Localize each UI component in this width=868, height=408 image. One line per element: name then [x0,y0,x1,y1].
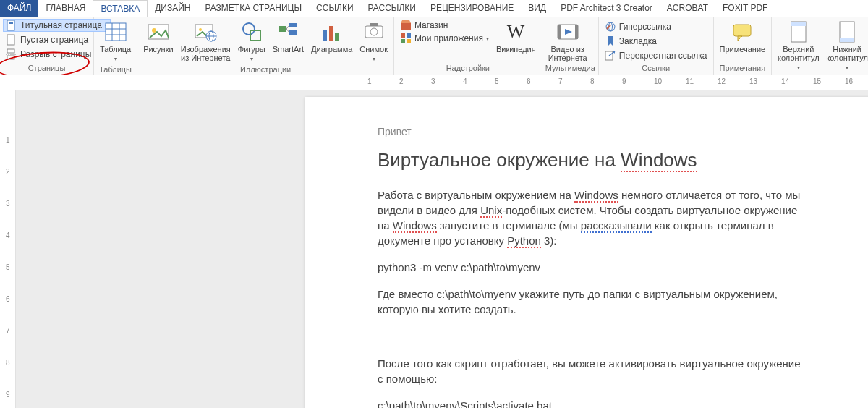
tab-design[interactable]: ДИЗАЙН [148,0,197,17]
ruler-horizontal[interactable]: 1234567891011121314151617 [0,75,868,88]
svg-rect-20 [279,26,286,32]
ruler-mark: 1 [6,136,10,144]
myapps-label: Мои приложения [414,33,483,43]
comment-button[interactable]: Примечание [717,19,769,55]
svg-rect-24 [329,26,333,41]
pictures-button[interactable]: Рисунки [140,19,176,55]
chevron-down-icon: ▾ [486,35,489,42]
svg-rect-23 [323,30,327,41]
blank-page-button[interactable]: Пустая страница [3,33,91,46]
svg-rect-1 [9,22,13,24]
chart-button[interactable]: Диаграмма [308,19,355,55]
page-break-button[interactable]: Разрыв страницы [3,48,94,61]
group-tables: Таблица▾ Таблицы [94,17,137,75]
blank-page-label: Пустая страница [20,35,88,45]
crossref-button[interactable]: Перекрестная ссылка [602,49,710,62]
svg-point-14 [199,28,202,31]
svg-rect-4 [7,56,14,59]
online-video-icon [556,20,579,43]
tab-foxit[interactable]: FOXIT PDF [715,0,775,17]
svg-marker-42 [608,36,613,46]
store-button[interactable]: Магазин [397,19,492,32]
page-break-icon [6,48,17,60]
ruler-mark: 4 [463,77,467,85]
tab-pagelayout[interactable]: РАЗМЕТКА СТРАНИЦЫ [198,0,310,17]
tab-acrobat[interactable]: ACROBAT [660,0,715,17]
tab-pdfarch[interactable]: PDF Architect 3 Creator [553,0,660,17]
tab-view[interactable]: ВИД [521,0,553,17]
svg-rect-45 [733,25,751,36]
ruler-mark: 11 [686,77,694,85]
smartart-button[interactable]: SmartArt [270,19,307,55]
ruler-mark: 4 [6,231,10,239]
group-tables-label: Таблицы [97,65,134,75]
myapps-button[interactable]: Мои приложения ▾ [397,32,492,45]
page[interactable]: Привет Виртуальное окружение на Windows … [305,97,868,408]
ruler-mark: 14 [781,77,789,85]
store-label: Магазин [414,20,448,30]
online-pictures-button[interactable]: Изображения из Интернета [178,19,234,64]
hyperlink-button[interactable]: Гиперссылка [602,20,674,33]
group-pages-label: Страницы [3,64,90,74]
svg-rect-33 [401,39,405,43]
crossref-icon [605,50,616,61]
svg-text:W: W [507,21,525,42]
table-icon [104,20,127,43]
group-links-label: Ссылки [602,64,710,74]
tab-file[interactable]: ФАЙЛ [0,0,38,17]
header-icon [787,20,810,43]
svg-rect-28 [370,23,378,26]
online-video-button[interactable]: Видео из Интернета [545,19,590,64]
table-button[interactable]: Таблица▾ [97,19,134,65]
ruler-mark: 8 [6,359,10,367]
footer-button[interactable]: Нижний колонтитул ▾ [823,19,868,74]
ruler-mark: 9 [622,77,626,85]
tab-insert[interactable]: ВСТАВКА [93,0,148,17]
ruler-mark: 6 [6,295,10,303]
tab-mailings[interactable]: РАССЫЛКИ [361,0,423,17]
screenshot-button[interactable]: Снимок▾ [357,19,391,65]
document-area[interactable]: Привет Виртуальное окружение на Windows … [16,90,868,408]
shapes-button[interactable]: Фигуры▾ [235,19,268,65]
doc-code: c:\path\to\myenv\Scripts\activate.bat [378,398,807,408]
tab-review[interactable]: РЕЦЕНЗИРОВАНИЕ [423,0,521,17]
svg-rect-50 [840,38,854,42]
wikipedia-button[interactable]: W Википедия [493,19,539,55]
svg-rect-6 [106,23,126,41]
svg-marker-46 [738,36,742,41]
ruler-mark: 1 [367,77,372,85]
crossref-label: Перекрестная ссылка [619,51,707,61]
ruler-mark: 9 [6,391,10,399]
chart-label: Диаграмма [311,45,352,54]
doc-paragraph: Где вместо c:\path\to\myenv укажите путь… [378,286,807,317]
cover-page-icon [6,20,17,31]
tab-home[interactable]: ГЛАВНАЯ [38,0,93,17]
svg-rect-31 [401,33,405,38]
pictures-icon [147,20,170,43]
group-addins-label: Надстройки [397,64,539,74]
doc-cursor-line [378,328,807,344]
screenshot-label: Снимок [359,45,388,54]
doc-body: Работа с виртуальным окружением на Windo… [378,187,807,408]
svg-rect-22 [289,30,297,35]
header-button[interactable]: Верхний колонтитул ▾ [775,19,822,74]
ribbon: Титульная страница ▾ Пустая страница Раз… [0,17,868,75]
bookmark-button[interactable]: Закладка [602,35,660,48]
svg-rect-38 [558,25,561,39]
tab-references[interactable]: ССЫЛКИ [309,0,360,17]
ruler-mark: 3 [6,200,10,208]
doc-paragraph: Работа с виртуальным окружением на Windo… [378,187,807,248]
chevron-down-icon: ▾ [250,56,253,62]
doc-paragraph: После того как скрипт отработает, вы мож… [378,356,807,386]
footer-icon [835,20,859,43]
svg-rect-39 [575,25,578,39]
svg-rect-48 [791,22,806,26]
group-pages: Титульная страница ▾ Пустая страница Раз… [0,17,94,75]
group-comments-label: Примечания [717,64,769,74]
ruler-mark: 8 [590,77,595,85]
svg-rect-3 [7,49,14,53]
ruler-vertical[interactable]: 12345678910 [3,90,16,408]
group-media: Видео из Интернета Мультимедиа [542,17,599,75]
svg-rect-26 [365,26,383,38]
svg-point-40 [606,22,615,31]
